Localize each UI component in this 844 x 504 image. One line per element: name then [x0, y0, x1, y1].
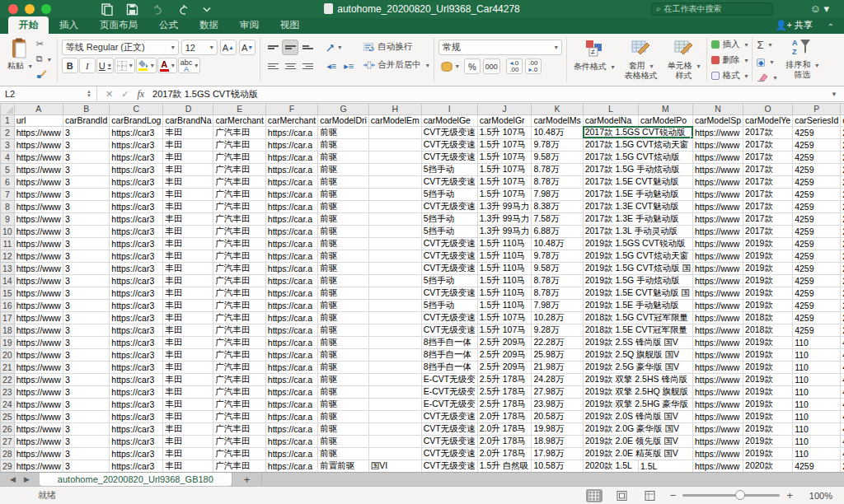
cell-E1[interactable]: carMerchant [213, 114, 265, 126]
zoom-slider[interactable] [682, 494, 780, 497]
cell-G22[interactable]: 前驱 [318, 373, 369, 385]
decrease-decimal-button[interactable]: .00▸.0 [525, 58, 542, 74]
cell-D28[interactable]: 丰田 [163, 447, 213, 460]
cell-F29[interactable]: https://car.a [265, 460, 317, 472]
cell-G26[interactable]: 前驱 [318, 422, 369, 435]
cell-K26[interactable]: 19.98万 [532, 422, 583, 435]
cell-C25[interactable]: https://car3 [110, 410, 163, 422]
cell-N6[interactable]: https://www [693, 175, 743, 188]
cell-G14[interactable]: 前驱 [318, 274, 369, 287]
row-header-3[interactable]: 3 [1, 138, 15, 151]
cell-N18[interactable]: https://www [693, 324, 743, 336]
borders-button[interactable]: ▾ [115, 58, 135, 73]
cell-G3[interactable]: 前驱 [318, 138, 369, 151]
cell-F13[interactable]: https://car.a [265, 262, 317, 274]
cell-N27[interactable]: https://www [693, 435, 743, 447]
cell-O9[interactable]: 2017款 [743, 212, 793, 225]
cell-L19[interactable]: 2019款 2.5S 锋尚版 国V [583, 336, 692, 348]
cell-Q13[interactable]: 2 [841, 262, 844, 274]
cell-O18[interactable]: 2018款 [743, 324, 793, 336]
align-left-button[interactable] [265, 58, 281, 74]
cell-K13[interactable]: 9.58万 [532, 262, 583, 274]
cell-I8[interactable]: CVT无级变速 [421, 200, 477, 212]
cell-I26[interactable]: CVT无级变速 [421, 422, 477, 435]
cell-E19[interactable]: 广汽丰田 [213, 336, 265, 348]
cell-J9[interactable]: 1.3升 99马力 [477, 212, 532, 225]
cell-J3[interactable]: 1.5升 107马 [477, 138, 532, 151]
cell-C11[interactable]: https://car3 [110, 237, 163, 250]
cell-N25[interactable]: https://www [693, 410, 743, 422]
increase-indent-button[interactable]: ▸≡ [340, 58, 357, 74]
cell-G7[interactable]: 前驱 [318, 188, 369, 200]
cell-E20[interactable]: 广汽丰田 [213, 348, 265, 361]
cell-B8[interactable]: 3 [63, 200, 109, 212]
cell-C3[interactable]: https://car3 [110, 138, 163, 151]
row-header-20[interactable]: 20 [1, 348, 15, 361]
cell-D2[interactable]: 丰田 [163, 126, 213, 138]
cell-B15[interactable]: 3 [63, 287, 109, 299]
save-icon[interactable] [126, 3, 138, 16]
percent-style-button[interactable]: % [464, 58, 481, 74]
cell-F27[interactable]: https://car.a [265, 435, 317, 447]
cell-H18[interactable] [368, 324, 421, 336]
cell-D26[interactable]: 丰田 [163, 422, 213, 435]
cell-B17[interactable]: 3 [63, 311, 109, 324]
cell-N2[interactable]: https://www [693, 126, 743, 138]
cell-I5[interactable]: 5挡手动 [421, 163, 477, 175]
cell-C4[interactable]: https://car3 [110, 151, 163, 163]
comma-style-button[interactable]: 000 [483, 58, 500, 74]
cell-C5[interactable]: https://car3 [110, 163, 163, 175]
cell-L7[interactable]: 2017款 1.5E 手动魅动版 [583, 188, 692, 200]
sheet-tab[interactable]: autohome_20200820_Url9368_GB180 [40, 473, 232, 486]
cell-I16[interactable]: 5挡手动 [421, 299, 477, 311]
cell-O3[interactable]: 2017款 [743, 138, 793, 151]
cell-F6[interactable]: https://car.a [265, 175, 317, 188]
cell-A8[interactable]: https://www [14, 200, 63, 212]
ribbon-tab-3[interactable]: 页面布局 [89, 16, 148, 34]
cell-F25[interactable]: https://car.a [265, 410, 317, 422]
row-header-8[interactable]: 8 [1, 200, 15, 212]
cell-Q6[interactable]: 2 [841, 175, 844, 188]
cell-O8[interactable]: 2017款 [743, 200, 793, 212]
cell-K4[interactable]: 9.58万 [532, 151, 583, 163]
cell-I24[interactable]: E-CVT无级变 [421, 398, 477, 410]
cell-L26[interactable]: 2019款 2.0G 豪华版 国V [583, 422, 692, 435]
number-format-select[interactable]: 常规▾ [438, 40, 562, 55]
cell-L4[interactable]: 2017款 1.5G CVT炫动版 [583, 151, 692, 163]
cell-F1[interactable]: carMerchant [265, 114, 317, 126]
cell-I27[interactable]: CVT无级变速 [421, 435, 477, 447]
cell-N10[interactable]: https://www [693, 225, 743, 237]
cell-O25[interactable]: 2019款 [743, 410, 793, 422]
cell-C24[interactable]: https://car3 [110, 398, 163, 410]
cell-B28[interactable]: 3 [63, 447, 109, 460]
cell-H28[interactable] [368, 447, 421, 460]
cell-I12[interactable]: CVT无级变速 [421, 250, 477, 262]
cell-K24[interactable]: 23.98万 [532, 398, 583, 410]
row-header-18[interactable]: 18 [1, 324, 15, 336]
cell-N23[interactable]: https://www [693, 385, 743, 398]
cell-L21[interactable]: 2019款 2.5G 豪华版 国V [583, 361, 692, 373]
cell-E21[interactable]: 广汽丰田 [213, 361, 265, 373]
cell-B23[interactable]: 3 [63, 385, 109, 398]
cell-K27[interactable]: 18.98万 [532, 435, 583, 447]
cell-D18[interactable]: 丰田 [163, 324, 213, 336]
column-header-J[interactable]: J [477, 104, 532, 115]
cell-D29[interactable]: 丰田 [163, 460, 213, 472]
paste-button[interactable]: 粘贴 ▾ [5, 37, 35, 72]
cell-C28[interactable]: https://car3 [110, 447, 163, 460]
cell-G13[interactable]: 前驱 [318, 262, 369, 274]
cell-G1[interactable]: carModelDri [318, 114, 369, 126]
cell-N16[interactable]: https://www [693, 299, 743, 311]
cell-P15[interactable]: 4259 [793, 287, 841, 299]
cell-A6[interactable]: https://www [14, 175, 63, 188]
cell-I19[interactable]: 8挡手自一体 [421, 336, 477, 348]
cell-F19[interactable]: https://car.a [265, 336, 317, 348]
collapse-ribbon-icon[interactable]: ⌃ [828, 22, 834, 31]
cell-B27[interactable]: 3 [63, 435, 109, 447]
column-header-E[interactable]: E [213, 104, 265, 115]
cell-G17[interactable]: 前驱 [318, 311, 369, 324]
confirm-entry-icon[interactable]: ✓ [121, 89, 129, 100]
column-header-G[interactable]: G [318, 104, 369, 115]
cell-N7[interactable]: https://www [693, 188, 743, 200]
cell-C20[interactable]: https://car3 [110, 348, 163, 361]
